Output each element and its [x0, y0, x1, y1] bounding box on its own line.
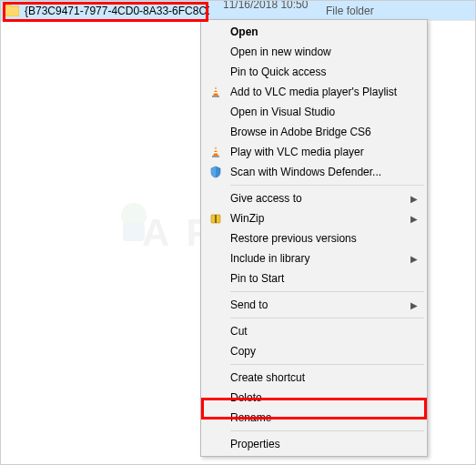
menu-rename[interactable]: Rename: [203, 408, 425, 428]
submenu-arrow-icon: ▶: [410, 254, 418, 264]
watermark-logo-icon: [106, 196, 161, 250]
menu-cut[interactable]: Cut: [203, 321, 425, 341]
svg-rect-4: [214, 92, 218, 94]
file-name: {B73C9471-7977-4CD0-8A33-6FC8CDE97...: [25, 5, 209, 17]
menu-winzip[interactable]: WinZip ▶: [203, 208, 425, 228]
defender-shield-icon: [208, 165, 223, 179]
menu-separator: [230, 291, 424, 292]
winzip-icon: [208, 211, 223, 226]
menu-separator: [230, 318, 424, 318]
menu-vlc-play[interactable]: Play with VLC media player: [203, 142, 425, 162]
svg-rect-3: [214, 89, 218, 91]
svg-rect-5: [212, 156, 219, 157]
menu-delete[interactable]: Delete: [203, 388, 425, 408]
submenu-arrow-icon: ▶: [410, 194, 418, 204]
svg-rect-7: [214, 152, 218, 154]
context-menu: Open Open in new window Pin to Quick acc…: [200, 19, 428, 457]
submenu-arrow-icon: ▶: [410, 300, 418, 310]
svg-rect-9: [215, 215, 217, 223]
svg-rect-1: [123, 223, 145, 241]
menu-scan-defender[interactable]: Scan with Windows Defender...: [203, 162, 425, 182]
menu-create-shortcut[interactable]: Create shortcut: [203, 368, 425, 388]
svg-rect-6: [214, 149, 218, 151]
menu-separator: [230, 430, 424, 431]
menu-open[interactable]: Open: [203, 22, 425, 42]
folder-icon: [5, 5, 19, 16]
menu-copy[interactable]: Copy: [203, 341, 425, 361]
menu-pin-quick-access[interactable]: Pin to Quick access: [203, 62, 425, 82]
menu-pin-to-start[interactable]: Pin to Start: [203, 268, 425, 288]
menu-open-new-window[interactable]: Open in new window: [203, 42, 425, 62]
menu-browse-bridge[interactable]: Browse in Adobe Bridge CS6: [203, 122, 425, 142]
file-type: File folder: [319, 5, 374, 17]
file-row-selected[interactable]: {B73C9471-7977-4CD0-8A33-6FC8CDE97... 11…: [1, 1, 475, 21]
menu-open-visual-studio[interactable]: Open in Visual Studio: [203, 102, 425, 122]
svg-rect-2: [212, 96, 219, 97]
vlc-cone-icon: [208, 85, 223, 99]
menu-separator: [230, 364, 424, 365]
submenu-arrow-icon: ▶: [410, 214, 418, 224]
menu-separator: [230, 185, 424, 186]
menu-vlc-add-playlist[interactable]: Add to VLC media player's Playlist: [203, 82, 425, 102]
svg-point-0: [121, 203, 147, 228]
vlc-cone-icon: [208, 145, 223, 159]
menu-give-access-to[interactable]: Give access to ▶: [203, 188, 425, 208]
menu-restore-previous[interactable]: Restore previous versions: [203, 228, 425, 248]
menu-properties[interactable]: Properties: [203, 434, 425, 454]
menu-send-to[interactable]: Send to ▶: [203, 295, 425, 315]
menu-include-in-library[interactable]: Include in library ▶: [203, 248, 425, 268]
